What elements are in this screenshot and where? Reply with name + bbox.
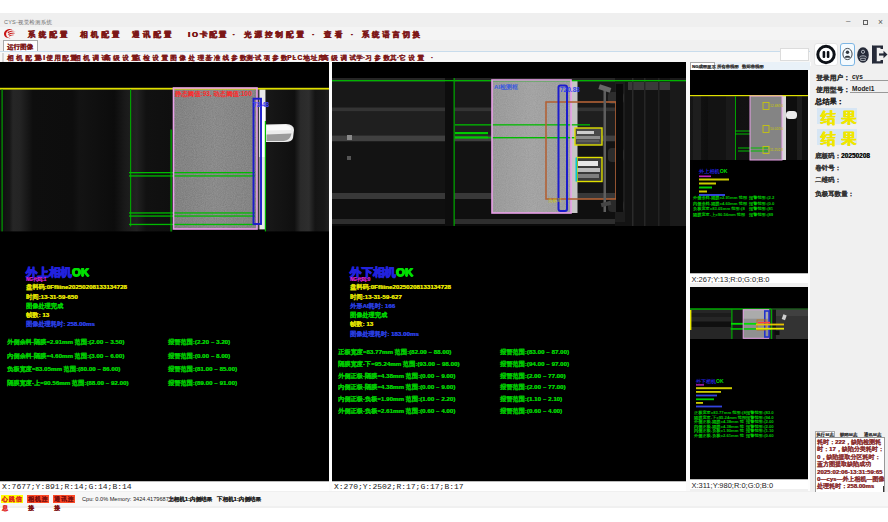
svg-text:AI检测框: AI检测框 [494, 83, 518, 91]
svg-text:报警范围:(89: 报警范围:(89 [748, 212, 774, 218]
svg-text:10.02/3.0: 10.02/3.0 [770, 127, 784, 131]
svg-text:静态阈值:93, 动态阈值:100: 静态阈值:93, 动态阈值:100 [174, 90, 252, 98]
svg-text:外上相机OK: 外上相机OK [698, 168, 728, 175]
svg-text:12.48/3.6: 12.48/3.6 [770, 104, 784, 108]
svg-text:外下相机OK: 外下相机OK [695, 378, 724, 385]
svg-text:73.48: 73.48 [253, 101, 269, 108]
svg-text:720.88: 720.88 [560, 86, 580, 93]
svg-text:报警范围:(0.60: 报警范围:(0.60 [745, 433, 774, 439]
svg-text:11.25/2.8: 11.25/2.8 [770, 148, 783, 152]
svg-text:外侧正极-负极=2.61mm 范: 外侧正极-负极=2.61mm 范 [693, 433, 745, 439]
svg-text:负极宽度=83.05mm 范围:(8: 负极宽度=83.05mm 范围:(8 [693, 206, 745, 211]
svg-text:负极耳: 负极耳 [548, 198, 562, 203]
svg-text:隔膜宽度-上=90.56mm 范围: 隔膜宽度-上=90.56mm 范围 [693, 212, 745, 218]
